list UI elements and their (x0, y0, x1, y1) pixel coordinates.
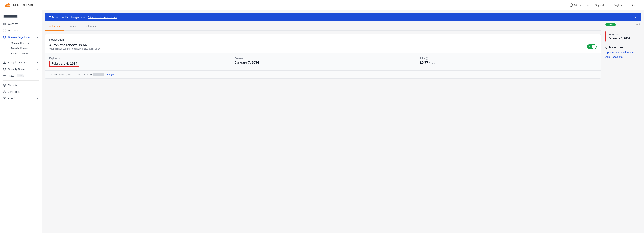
area1-icon (3, 97, 6, 100)
registration-card-header: Registration Automatic renewal is on You… (45, 34, 601, 53)
sidebar-item-websites[interactable]: Websites (0, 21, 42, 27)
expires-col: Expires on February 6, 2034 (49, 57, 226, 67)
dates-section: Expires on February 6, 2034 Renews on Ja… (45, 53, 601, 70)
sidebar-item-analytics-logs[interactable]: Analytics & Logs ▼ (0, 59, 42, 66)
sidebar-item-security-center[interactable]: Security Center ▼ (0, 66, 42, 72)
banner-link[interactable]: Click here for more details (88, 16, 118, 19)
right-top-row: Active Auto (606, 23, 641, 28)
tab-configuration[interactable]: Configuration (80, 23, 101, 30)
sidebar-item-domain-registration[interactable]: Domain Registration ▲ (0, 34, 42, 40)
area1-chevron-icon: ▼ (37, 97, 39, 100)
renewal-subtext: Your domain will automatically renew eve… (49, 48, 100, 50)
content-area: Registration Contacts Configuration Regi… (42, 22, 644, 233)
sidebar-item-zero-trust[interactable]: Zero Trust (0, 88, 42, 95)
sidebar-trace-label: Trace (8, 74, 14, 77)
add-site-button[interactable]: + Add site (570, 4, 583, 7)
sidebar-websites-label: Websites (8, 22, 18, 26)
domain-chevron-icon: ▲ (37, 36, 39, 38)
zerotrust-icon (3, 90, 6, 94)
toggle-check-icon: ✓ (588, 46, 590, 48)
add-site-label: Add site (574, 4, 583, 6)
topnav-actions: + Add site Support ▼ English ▼ ▼ (570, 2, 640, 8)
sidebar-item-register-domains[interactable]: Register Domains (8, 51, 42, 56)
shield-icon (3, 68, 6, 71)
svg-rect-4 (5, 23, 6, 24)
layout-icon (3, 22, 6, 26)
sidebar-item-discover[interactable]: Discover (0, 27, 42, 34)
banner-close-button[interactable]: × (635, 16, 637, 19)
price-label: Price i (420, 57, 596, 60)
svg-point-2 (633, 4, 634, 5)
beta-badge: Beta (17, 74, 24, 77)
price-value: $9.77 / year (420, 61, 596, 65)
plus-icon: + (570, 4, 573, 7)
turnstile-icon (3, 84, 6, 87)
logo[interactable]: CLOUDFLARE (4, 3, 34, 8)
tab-registration[interactable]: Registration (45, 23, 64, 30)
logo-text: CLOUDFLARE (13, 4, 34, 7)
expiry-value: February 6, 2034 (608, 36, 638, 40)
expiry-box: Expiry date February 6, 2034 (606, 31, 641, 42)
sidebar-discover-label: Discover (8, 29, 18, 32)
sidebar-security-label: Security Center (8, 68, 26, 70)
sidebar: ████████ Websites Discover Domain Regist… (0, 10, 42, 233)
sidebar-item-turnstile[interactable]: Turnstile (0, 82, 42, 88)
right-sidebar: Active Auto Expiry date February 6, 2034… (601, 22, 641, 230)
renews-value: January 7, 2034 (234, 61, 411, 64)
sidebar-item-area1[interactable]: Area 1 ▼ (0, 95, 42, 102)
sidebar-divider-1 (3, 58, 39, 58)
auto-renewal-toggle[interactable]: ✓ (587, 44, 596, 49)
svg-rect-23 (4, 92, 6, 93)
account-chevron-icon: ▼ (636, 4, 638, 6)
renews-col: Renews on January 7, 2034 (234, 57, 411, 64)
domain-submenu: Manage Domains Transfer Domains Register… (0, 40, 42, 56)
account-button[interactable]: ▼ (630, 2, 640, 8)
expires-label: Expires on (49, 57, 226, 60)
search-button[interactable] (586, 4, 590, 7)
support-button[interactable]: Support ▼ (594, 3, 608, 7)
language-chevron-icon: ▼ (623, 4, 625, 6)
renewal-heading: Automatic renewal is on (49, 43, 100, 47)
content-main: Registration Contacts Configuration Regi… (45, 22, 601, 230)
sidebar-item-manage-domains[interactable]: Manage Domains (8, 40, 42, 46)
banner-message: TLD prices will be changing soon. (49, 16, 87, 19)
charge-text: You will be charged to the card ending i… (49, 73, 92, 76)
globe-icon (3, 36, 6, 39)
registration-section-title: Registration (49, 38, 596, 41)
sidebar-domain-label: Domain Registration (8, 36, 31, 38)
security-chevron-icon: ▼ (37, 68, 39, 70)
svg-line-15 (5, 30, 6, 30)
svg-line-11 (5, 31, 6, 32)
renewal-row: Automatic renewal is on Your domain will… (49, 43, 596, 50)
sidebar-item-transfer-domains[interactable]: Transfer Domains (8, 46, 42, 51)
registration-card: Registration Automatic renewal is on You… (45, 34, 601, 78)
quick-action-add-pages[interactable]: Add Pages site (606, 56, 641, 58)
sidebar-item-trace[interactable]: Trace Beta (0, 72, 42, 79)
tab-bar: Registration Contacts Configuration (45, 22, 601, 30)
price-info-icon: i (426, 57, 428, 60)
auto-label: Auto (636, 23, 641, 26)
sidebar-zerotrust-label: Zero Trust (8, 90, 20, 93)
toggle-knob (592, 44, 596, 49)
price-period: / year (429, 62, 435, 64)
svg-rect-5 (5, 24, 6, 25)
bulb-icon (3, 29, 6, 32)
tld-price-banner: TLD prices will be changing soon. Click … (45, 13, 641, 22)
main-content: TLD prices will be changing soon. Click … (42, 10, 644, 233)
sidebar-divider-2 (3, 80, 39, 80)
support-chevron-icon: ▼ (605, 4, 607, 6)
trace-icon (3, 74, 6, 77)
change-link[interactable]: Change (106, 73, 114, 76)
tab-contacts[interactable]: Contacts (64, 23, 80, 30)
svg-point-0 (587, 4, 589, 6)
quick-action-update-dns[interactable]: Update DNS configuration (606, 51, 641, 54)
sidebar-analytics-label: Analytics & Logs (8, 61, 27, 64)
sidebar-area1-label: Area 1 (8, 97, 16, 100)
language-button[interactable]: English ▼ (612, 3, 626, 7)
expires-value: February 6, 2034 (49, 61, 80, 67)
language-label: English (614, 4, 622, 6)
main-layout: ████████ Websites Discover Domain Regist… (0, 10, 644, 233)
svg-rect-3 (4, 23, 4, 24)
account-name: ████████ (3, 14, 18, 18)
svg-rect-6 (4, 24, 4, 25)
